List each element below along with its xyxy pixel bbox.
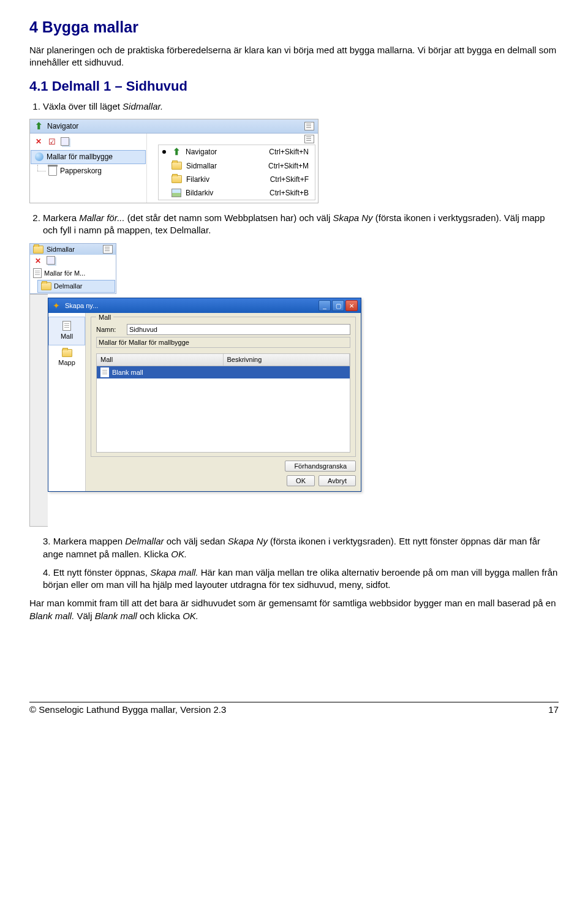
menu-sidmallar[interactable]: Sidmallar Ctrl+Skift+M <box>159 159 315 173</box>
sm-new-icon[interactable] <box>47 256 55 265</box>
navigator-list-icon[interactable] <box>304 122 314 130</box>
cancel-button[interactable]: Avbryt <box>318 475 356 486</box>
step-1: Växla över till läget Sidmallar. <box>43 100 559 113</box>
maximize-button[interactable]: ▢ <box>332 300 344 311</box>
copy-icon[interactable] <box>61 137 69 146</box>
step-4: Ett nytt fönster öppnas, Skapa mall. Här… <box>43 566 559 592</box>
list-row-label: Blank mall <box>112 368 143 377</box>
step-1-text: Växla över till läget <box>43 101 123 111</box>
trash-icon <box>48 166 57 176</box>
left-stub <box>29 294 48 527</box>
dialog-main: Mall Namn: Sidhuvud Mallar för Mallar fö… <box>86 313 361 491</box>
sidmallar-icon <box>33 246 43 254</box>
menu-filarkiv-label: Filarkiv <box>186 175 209 184</box>
sm-tree-root-label: Mallar för M... <box>44 269 85 278</box>
navigator-tree: Mallar för mallbygge Papperskorg <box>30 148 146 178</box>
close-button[interactable]: ✕ <box>345 300 358 311</box>
bildarkiv-menu-icon <box>172 189 181 197</box>
window-buttons: _ ▢ ✕ <box>318 300 358 311</box>
footer-page-number: 17 <box>548 704 559 716</box>
page-icon <box>33 268 42 278</box>
after-paragraph: Har man kommit fram till att det bara är… <box>29 597 559 622</box>
sm-tree-delmallar[interactable]: Delmallar <box>37 280 115 293</box>
mapp-icon <box>62 349 72 357</box>
ok-button[interactable]: OK <box>287 475 315 486</box>
dialog-icon: ✦ <box>51 301 61 310</box>
namn-field[interactable]: Sidhuvud <box>127 324 350 335</box>
mall-group: Mall Namn: Sidhuvud Mallar för Mallar fö… <box>91 317 356 457</box>
parent-path: Mallar för Mallar för mallbygge <box>96 337 350 348</box>
globe-icon <box>35 152 43 161</box>
view-menu: ⬆ Navigator Ctrl+Skift+N Sidmallar Ctrl+… <box>158 145 315 200</box>
group-legend: Mall <box>96 313 113 322</box>
intro-paragraph: När planeringen och de praktiska förbere… <box>29 44 559 69</box>
sidmallar-titlebar[interactable]: Sidmallar <box>30 244 116 255</box>
menu-navigator-shortcut: Ctrl+Skift+N <box>269 147 309 157</box>
step-1-em: Sidmallar. <box>123 101 163 111</box>
tree-papperskorg-label: Papperskorg <box>60 166 102 176</box>
sidmallar-panel: Sidmallar ✕ Mallar för M... Delmallar <box>29 243 116 295</box>
menu-filarkiv-shortcut: Ctrl+Skift+F <box>270 175 309 184</box>
tree-mallar-label: Mallar för mallbygge <box>47 152 113 162</box>
sidmallar-toolbar: ✕ <box>30 255 116 267</box>
footer-left: © Senselogic Lathund Bygga mallar, Versi… <box>29 704 226 716</box>
step-3-c: och välj sedan <box>164 536 228 546</box>
sidmallar-list-icon[interactable] <box>103 245 113 254</box>
template-listbox[interactable]: Blank mall <box>96 366 350 453</box>
menu-bildarkiv-shortcut: Ctrl+Skift+B <box>270 188 309 198</box>
sm-delete-icon[interactable]: ✕ <box>33 256 43 266</box>
step-3-f: OK. <box>171 549 187 559</box>
list-header: Mall Beskrivning <box>96 353 350 366</box>
page-footer: © Senselogic Lathund Bygga mallar, Versi… <box>29 702 559 716</box>
sm-tree-delmallar-label: Delmallar <box>54 282 82 291</box>
menu-navigator-label: Navigator <box>186 147 217 157</box>
navigator-right: ⬆ Navigator Ctrl+Skift+N Sidmallar Ctrl+… <box>147 134 318 203</box>
sidmallar-title: Sidmallar <box>47 245 75 254</box>
menu-sidmallar-label: Sidmallar <box>186 161 217 171</box>
delete-icon[interactable]: ✕ <box>34 137 43 146</box>
heading-2: 4.1 Delmall 1 – Sidhuvud <box>29 77 559 96</box>
step-2-c: (det står det namn som Webbplatsen har) … <box>125 213 333 223</box>
tree-item-mallar[interactable]: Mallar för mallbygge <box>31 150 146 164</box>
navigator-titlebar[interactable]: ⬆ Navigator <box>30 119 318 134</box>
bullet-icon <box>162 150 166 154</box>
after-c: och klicka <box>137 611 183 621</box>
preview-button[interactable]: Förhandsgranska <box>285 461 356 472</box>
dialog-titlebar[interactable]: ✦ Skapa ny... _ ▢ ✕ <box>48 298 361 313</box>
sm-tree-root[interactable]: Mallar för M... <box>30 267 116 279</box>
mall-icon <box>62 321 71 331</box>
list-row-blank-mall[interactable]: Blank mall <box>97 366 350 378</box>
check-icon[interactable]: ☑ <box>47 137 57 146</box>
step-4-b: Skapa mall. <box>150 567 198 578</box>
menu-sidmallar-shortcut: Ctrl+Skift+M <box>268 161 309 171</box>
col-mall[interactable]: Mall <box>97 354 224 366</box>
filarkiv-menu-icon <box>172 175 182 183</box>
after-i3: OK. <box>183 611 198 621</box>
navigator-title-text: Navigator <box>47 121 78 131</box>
sidmallar-menu-icon <box>172 162 182 170</box>
after-a: Har man kommit fram till att det bara är… <box>29 598 556 608</box>
step-2-b: Mallar för... <box>79 213 124 223</box>
sidebar-item-mall[interactable]: Mall <box>48 317 85 345</box>
navigator-left: ✕ ☑ Mallar för mallbygge Papperskorg <box>30 134 147 203</box>
navigator-up-icon: ⬆ <box>34 121 43 131</box>
heading-1: 4 Bygga mallar <box>29 17 559 38</box>
sidebar-item-mapp[interactable]: Mapp <box>48 345 85 371</box>
col-beskrivning[interactable]: Beskrivning <box>224 354 350 366</box>
step-4-a: Ett nytt fönster öppnas, <box>53 567 150 578</box>
skapa-ny-dialog: ✦ Skapa ny... _ ▢ ✕ Mall Mapp <box>48 298 361 492</box>
after-i1: Blank mall. <box>29 611 74 621</box>
view-list-icon[interactable] <box>304 135 314 143</box>
tree-item-papperskorg[interactable]: Papperskorg <box>30 165 146 177</box>
dialog-sidebar: Mall Mapp <box>48 313 86 491</box>
sidebar-mapp-label: Mapp <box>58 358 75 367</box>
menu-navigator[interactable]: ⬆ Navigator Ctrl+Skift+N <box>159 145 315 159</box>
menu-bildarkiv-label: Bildarkiv <box>186 188 213 198</box>
minimize-button[interactable]: _ <box>318 300 331 311</box>
dialog-title-text: Skapa ny... <box>65 301 98 310</box>
folder-icon <box>41 282 51 290</box>
menu-bildarkiv[interactable]: Bildarkiv Ctrl+Skift+B <box>159 186 315 200</box>
menu-filarkiv[interactable]: Filarkiv Ctrl+Skift+F <box>159 173 315 186</box>
navigator-menu-icon: ⬆ <box>172 147 181 157</box>
step-2-d: Skapa Ny <box>333 213 373 223</box>
